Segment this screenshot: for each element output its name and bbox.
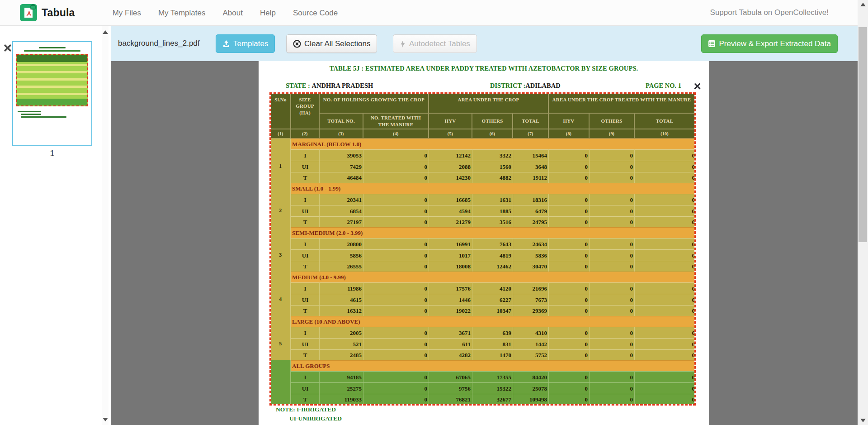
scrollbar-thumb[interactable] xyxy=(859,27,867,242)
document-note-line2: UI-UNIRRIGATED xyxy=(289,415,342,422)
value-cell: 5752 xyxy=(513,349,548,360)
value-cell: 0 xyxy=(548,149,589,161)
value-cell: 4882 xyxy=(472,172,513,183)
section-slno: 1 xyxy=(270,138,291,183)
sidebar-scrollbar[interactable] xyxy=(102,26,108,425)
header-column-number: (3) xyxy=(319,129,363,138)
nav-item-my-files[interactable]: My Files xyxy=(104,0,150,26)
value-cell: 27197 xyxy=(319,216,363,227)
vertical-scrollbar[interactable] xyxy=(858,0,868,425)
section-group-header: MARGINAL (BELOW 1.0) xyxy=(291,138,695,149)
value-cell: 0 xyxy=(363,205,429,216)
value-cell: 0 xyxy=(363,305,429,316)
value-cell: 21696 xyxy=(513,282,548,294)
thumb-table-header xyxy=(17,55,87,62)
value-cell: 21279 xyxy=(429,216,472,227)
value-cell: 0 xyxy=(589,349,634,360)
value-cell: 0 xyxy=(548,282,589,294)
nav-item-my-templates[interactable]: My Templates xyxy=(150,0,214,26)
pdf-page[interactable]: TABLE 5J : ESTIMATED AREA UNDER PADDY TR… xyxy=(259,61,709,425)
value-cell: 0 xyxy=(548,194,589,205)
row-label: UI xyxy=(291,161,319,172)
header-subcolumn: TOTAL NO. xyxy=(319,113,363,129)
header-size-group: SIZE GROUP (HA) xyxy=(291,93,319,129)
value-cell: 611 xyxy=(429,338,472,349)
extraction-area: Sl.NoSIZE GROUP (HA)NO. OF HOLDINGS GROW… xyxy=(270,93,695,405)
page-thumbnail[interactable] xyxy=(12,41,92,146)
value-cell: 0 xyxy=(589,205,634,216)
document-district-line: DISTRICT :ADILABAD xyxy=(490,82,561,90)
value-cell: 0 xyxy=(634,194,695,205)
section-group-header: SEMI-MEDIUM (2.0 - 3.99) xyxy=(291,227,695,238)
value-cell: 0 xyxy=(634,327,695,338)
row-label: I xyxy=(291,282,319,294)
section-group-header: MEDIUM (4.0 - 9.99) xyxy=(291,272,695,282)
value-cell: 18008 xyxy=(429,261,472,272)
value-cell: 0 xyxy=(548,338,589,349)
value-cell: 24634 xyxy=(513,238,548,249)
value-cell: 3322 xyxy=(472,149,513,161)
value-cell: 521 xyxy=(319,338,363,349)
value-cell: 0 xyxy=(589,382,634,394)
value-cell: 0 xyxy=(634,149,695,161)
value-cell: 1442 xyxy=(513,338,548,349)
value-cell: 0 xyxy=(589,294,634,305)
value-cell: 0 xyxy=(363,338,429,349)
value-cell: 0 xyxy=(548,261,589,272)
value-cell: 0 xyxy=(634,161,695,172)
selection-close-icon[interactable] xyxy=(694,83,701,90)
value-cell: 3516 xyxy=(472,216,513,227)
value-cell: 0 xyxy=(363,161,429,172)
value-cell: 0 xyxy=(634,282,695,294)
header-subcolumn: HYV xyxy=(548,113,589,129)
pdf-viewer: background_lines_2.pdf Templates Clear A… xyxy=(111,26,858,425)
header-column-number: (10) xyxy=(634,129,695,138)
value-cell: 0 xyxy=(363,194,429,205)
value-cell: 0 xyxy=(634,338,695,349)
header-holdings-group: NO. OF HOLDINGS GROWING THE CROP xyxy=(319,93,429,113)
value-cell: 4282 xyxy=(429,349,472,360)
document-state-line: STATE : ANDHRA PRADESH xyxy=(286,82,373,90)
value-cell: 0 xyxy=(363,261,429,272)
scroll-down-icon[interactable] xyxy=(103,418,108,421)
value-cell: 0 xyxy=(548,349,589,360)
scroll-up-icon[interactable] xyxy=(103,30,108,34)
remove-file-icon[interactable] xyxy=(4,43,12,51)
thumb-table-footer xyxy=(17,99,87,105)
nav-item-about[interactable]: About xyxy=(214,0,251,26)
row-label: UI xyxy=(291,249,319,261)
templates-button[interactable]: Templates xyxy=(216,34,275,53)
header-treated-group: AREA UNDER THE CROP TREATED WITH THE MAN… xyxy=(548,93,695,113)
support-link[interactable]: Support Tabula on OpenCollective! xyxy=(710,8,829,17)
value-cell: 0 xyxy=(363,282,429,294)
value-cell: 4594 xyxy=(429,205,472,216)
value-cell: 94185 xyxy=(319,371,363,382)
header-column-number: (7) xyxy=(513,129,548,138)
thumb-note-line xyxy=(21,114,41,115)
app-body: 1 background_lines_2.pdf Templates xyxy=(0,26,858,425)
preview-export-button[interactable]: Preview & Export Extracted Data xyxy=(701,34,838,53)
value-cell: 0 xyxy=(363,294,429,305)
value-cell: 32677 xyxy=(472,394,513,405)
page-thumbnail-sidebar: 1 xyxy=(0,26,111,425)
value-cell: 0 xyxy=(548,294,589,305)
value-cell: 10347 xyxy=(472,305,513,316)
autodetect-tables-button[interactable]: Autodetect Tables xyxy=(393,34,477,53)
value-cell: 18316 xyxy=(513,194,548,205)
row-label: T xyxy=(291,216,319,227)
header-subcolumn: TOTAL xyxy=(634,113,695,129)
value-cell: 4819 xyxy=(472,249,513,261)
nav-item-help[interactable]: Help xyxy=(251,0,284,26)
scroll-up-icon[interactable] xyxy=(860,3,866,6)
value-cell: 0 xyxy=(589,371,634,382)
clear-all-selections-button[interactable]: Clear All Selections xyxy=(286,34,377,53)
scroll-down-icon[interactable] xyxy=(860,419,866,422)
value-cell: 0 xyxy=(634,382,695,394)
value-cell: 0 xyxy=(589,216,634,227)
navbar: Tabula My Files My Templates About Help … xyxy=(0,0,858,26)
nav-item-source-code[interactable]: Source Code xyxy=(284,0,346,26)
value-cell: 25275 xyxy=(319,382,363,394)
value-cell: 119033 xyxy=(319,394,363,405)
row-label: I xyxy=(291,327,319,338)
pdf-filename: background_lines_2.pdf xyxy=(118,26,200,61)
